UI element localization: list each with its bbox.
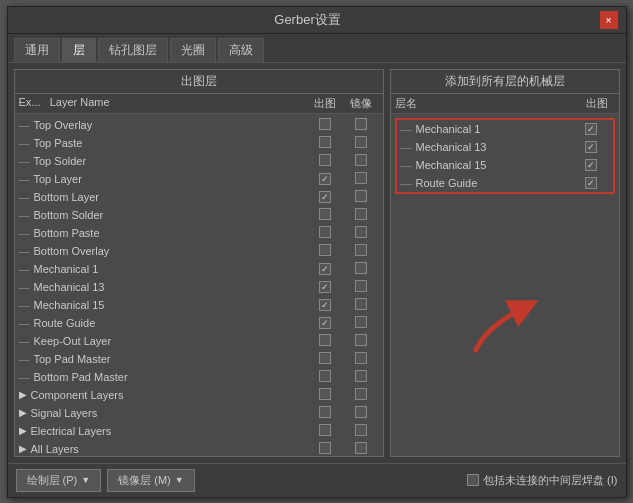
mirror-check[interactable] — [355, 280, 367, 292]
list-item[interactable]: — Top Overlay — [15, 116, 383, 134]
option-area: 包括未连接的中间层焊盘 (I) — [467, 473, 617, 488]
out-check[interactable] — [319, 263, 331, 275]
out-check[interactable] — [319, 154, 331, 166]
out-check[interactable] — [319, 136, 331, 148]
dropdown-arrow-icon: ▼ — [81, 475, 90, 485]
mirror-check[interactable] — [355, 136, 367, 148]
list-item[interactable]: ▶ Component Layers — [15, 386, 383, 404]
out-check[interactable] — [319, 173, 331, 185]
list-item[interactable]: — Bottom Pad Master — [15, 368, 383, 386]
mirror-check[interactable] — [355, 298, 367, 310]
list-item[interactable]: — Bottom Layer — [15, 188, 383, 206]
out-check[interactable] — [319, 442, 331, 454]
out-check[interactable] — [319, 208, 331, 220]
col-exlayer: Ex... Layer Name — [19, 96, 307, 111]
out-check[interactable] — [319, 118, 331, 130]
out-check[interactable] — [319, 370, 331, 382]
mirror-check[interactable] — [355, 370, 367, 382]
rp-col-name: 层名 — [395, 96, 579, 111]
tab-general[interactable]: 通用 — [14, 38, 60, 62]
list-item[interactable]: ▶ Electrical Layers — [15, 422, 383, 440]
list-item[interactable]: — Top Paste — [15, 134, 383, 152]
list-item[interactable]: ▶ Signal Layers — [15, 404, 383, 422]
out-check[interactable] — [319, 406, 331, 418]
rp-out-check[interactable] — [585, 123, 597, 135]
tab-drill[interactable]: 钻孔图层 — [98, 38, 168, 62]
mirror-check[interactable] — [355, 442, 367, 454]
option-checkbox[interactable] — [467, 474, 479, 486]
list-item[interactable]: — Mechanical 15 — [15, 296, 383, 314]
mirror-check[interactable] — [355, 208, 367, 220]
gerber-dialog: Gerber设置 × 通用 层 钻孔图层 光圈 高级 出图层 Ex... Lay… — [7, 6, 627, 498]
list-item[interactable]: — Mechanical 1 — [15, 260, 383, 278]
list-item[interactable]: — Top Solder — [15, 152, 383, 170]
list-item[interactable]: — Bottom Overlay — [15, 242, 383, 260]
list-item[interactable]: — Route Guide — [15, 314, 383, 332]
mirror-check[interactable] — [355, 172, 367, 184]
list-item[interactable]: — Bottom Paste — [15, 224, 383, 242]
mirror-layer-button[interactable]: 镜像层 (M) ▼ — [107, 469, 194, 492]
mirror-check[interactable] — [355, 388, 367, 400]
rp-out-check[interactable] — [585, 141, 597, 153]
out-check[interactable] — [319, 334, 331, 346]
mirror-check[interactable] — [355, 154, 367, 166]
left-panel-title: 出图层 — [15, 70, 383, 94]
list-item[interactable]: — Bottom Solder — [15, 206, 383, 224]
red-arrow-icon — [455, 277, 555, 377]
option-label: 包括未连接的中间层焊盘 (I) — [483, 473, 617, 488]
out-check[interactable] — [319, 191, 331, 203]
left-panel-header: Ex... Layer Name 出图 镜像 — [15, 94, 383, 114]
title-bar: Gerber设置 × — [8, 7, 626, 34]
tab-layers[interactable]: 层 — [62, 38, 96, 62]
right-layer-list: — Mechanical 1 — Mechanical 13 — Mechani… — [395, 118, 615, 194]
mirror-check[interactable] — [355, 244, 367, 256]
out-check[interactable] — [319, 352, 331, 364]
mirror-check[interactable] — [355, 352, 367, 364]
rp-out-check[interactable] — [585, 177, 597, 189]
tab-advanced[interactable]: 高级 — [218, 38, 264, 62]
close-button[interactable]: × — [600, 11, 618, 29]
tab-aperture[interactable]: 光圈 — [170, 38, 216, 62]
list-item[interactable]: — Keep-Out Layer — [15, 332, 383, 350]
mirror-check[interactable] — [355, 226, 367, 238]
dialog-title: Gerber设置 — [16, 11, 600, 29]
right-panel-header: 层名 出图 — [391, 94, 619, 114]
out-check[interactable] — [319, 299, 331, 311]
mirror-check[interactable] — [355, 406, 367, 418]
out-check[interactable] — [319, 317, 331, 329]
bottom-bar: 绘制层 (P) ▼ 镜像层 (M) ▼ 包括未连接的中间层焊盘 (I) — [8, 463, 626, 497]
tab-bar: 通用 层 钻孔图层 光圈 高级 — [8, 34, 626, 63]
mirror-check[interactable] — [355, 424, 367, 436]
left-panel: 出图层 Ex... Layer Name 出图 镜像 — Top Overlay — [14, 69, 384, 457]
arrow-area — [391, 198, 619, 456]
list-item[interactable]: — Top Layer — [15, 170, 383, 188]
out-check[interactable] — [319, 281, 331, 293]
list-item[interactable]: — Route Guide — [397, 174, 613, 192]
col-mirror: 镜像 — [343, 96, 379, 111]
list-item[interactable]: — Mechanical 15 — [397, 156, 613, 174]
right-panel-title: 添加到所有层的机械层 — [391, 70, 619, 94]
mirror-check[interactable] — [355, 190, 367, 202]
col-output: 出图 — [307, 96, 343, 111]
out-check[interactable] — [319, 244, 331, 256]
rp-out-check[interactable] — [585, 159, 597, 171]
list-item[interactable]: — Mechanical 13 — [397, 138, 613, 156]
list-item[interactable]: — Top Pad Master — [15, 350, 383, 368]
out-check[interactable] — [319, 388, 331, 400]
mirror-check[interactable] — [355, 334, 367, 346]
out-check[interactable] — [319, 424, 331, 436]
list-item[interactable]: ▶ All Layers — [15, 440, 383, 456]
list-item[interactable]: — Mechanical 13 — [15, 278, 383, 296]
dropdown-arrow-icon: ▼ — [175, 475, 184, 485]
main-content: 出图层 Ex... Layer Name 出图 镜像 — Top Overlay — [8, 63, 626, 463]
mirror-check[interactable] — [355, 316, 367, 328]
list-item[interactable]: — Mechanical 1 — [397, 120, 613, 138]
rp-col-out: 出图 — [579, 96, 615, 111]
mirror-check[interactable] — [355, 262, 367, 274]
mirror-check[interactable] — [355, 118, 367, 130]
right-panel: 添加到所有层的机械层 层名 出图 — Mechanical 1 — Mechan… — [390, 69, 620, 457]
draw-layer-button[interactable]: 绘制层 (P) ▼ — [16, 469, 102, 492]
out-check[interactable] — [319, 226, 331, 238]
layer-list: — Top Overlay — Top Paste — Top Solder — [15, 114, 383, 456]
